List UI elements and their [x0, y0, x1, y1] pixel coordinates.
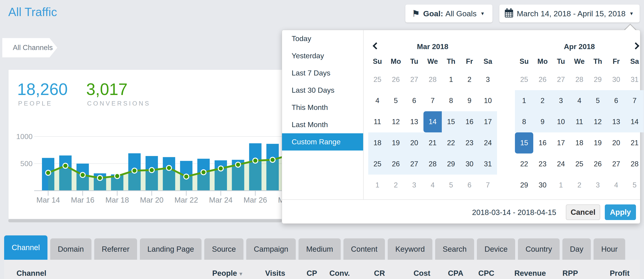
calendar-day-28[interactable]: 28	[424, 153, 442, 175]
calendar-day-28[interactable]: 28	[424, 69, 442, 90]
calendar-day-27[interactable]: 27	[607, 153, 625, 175]
calendar-day-27[interactable]: 27	[405, 69, 424, 90]
column-header-channel[interactable]: Channel	[16, 269, 46, 277]
calendar-day-11[interactable]: 11	[368, 111, 386, 132]
column-header-profit[interactable]: Profit	[610, 269, 630, 277]
tab-medium[interactable]: Medium	[298, 238, 340, 260]
calendar-day-9[interactable]: 9	[460, 90, 478, 111]
preset-this-month[interactable]: This Month	[282, 99, 363, 116]
calendar-day-2[interactable]: 2	[533, 90, 552, 111]
calendar-day-26[interactable]: 26	[386, 69, 405, 90]
calendar-day-3[interactable]: 3	[479, 69, 497, 90]
calendar-day-25[interactable]: 25	[570, 153, 588, 175]
preset-today[interactable]: Today	[282, 30, 363, 47]
calendar-day-19[interactable]: 19	[386, 132, 405, 153]
tab-keyword[interactable]: Keyword	[388, 238, 432, 260]
calendar-day-4[interactable]: 4	[424, 175, 442, 196]
calendar-day-6[interactable]: 6	[460, 175, 478, 196]
tab-referrer[interactable]: Referrer	[94, 238, 137, 260]
calendar-day-17[interactable]: 17	[479, 111, 497, 132]
calendar-day-23[interactable]: 23	[533, 153, 552, 175]
calendar-day-8[interactable]: 8	[442, 90, 460, 111]
date-range-button[interactable]: March 14, 2018 - April 15, 2018 ▼	[499, 5, 640, 23]
tab-source[interactable]: Source	[204, 238, 244, 260]
preset-last-7-days[interactable]: Last 7 Days	[282, 65, 363, 82]
calendar-day-14[interactable]: 14	[626, 111, 644, 132]
calendar-day-29[interactable]: 29	[442, 153, 460, 175]
tab-content[interactable]: Content	[344, 238, 385, 260]
calendar-day-18[interactable]: 18	[368, 132, 386, 153]
column-header-people[interactable]: People▾	[212, 269, 242, 277]
column-header-rpp[interactable]: RPP	[562, 269, 578, 277]
calendar-day-5[interactable]: 5	[442, 175, 460, 196]
calendar-day-3[interactable]: 3	[405, 175, 424, 196]
column-header-visits[interactable]: Visits	[265, 269, 285, 277]
breadcrumb-all-channels[interactable]: All Channels	[2, 38, 57, 57]
tab-domain[interactable]: Domain	[50, 238, 92, 260]
calendar-day-7[interactable]: 7	[479, 175, 497, 196]
calendar-day-31[interactable]: 31	[626, 69, 644, 90]
calendar-day-9[interactable]: 9	[533, 111, 552, 132]
calendar-day-28[interactable]: 28	[626, 153, 644, 175]
calendar-day-27[interactable]: 27	[405, 153, 424, 175]
calendar-day-25[interactable]: 25	[368, 153, 386, 175]
calendar-day-20[interactable]: 20	[405, 132, 424, 153]
calendar-day-22[interactable]: 22	[442, 132, 460, 153]
preset-yesterday[interactable]: Yesterday	[282, 47, 363, 65]
column-header-revenue[interactable]: Revenue	[514, 269, 546, 277]
calendar-day-2[interactable]: 2	[570, 175, 588, 196]
calendar-day-16[interactable]: 16	[533, 132, 552, 153]
calendar-day-15[interactable]: 15	[515, 132, 533, 153]
calendar-day-3[interactable]: 3	[552, 90, 570, 111]
calendar-day-2[interactable]: 2	[460, 69, 478, 90]
calendar-day-11[interactable]: 11	[570, 111, 588, 132]
tab-search[interactable]: Search	[435, 238, 474, 260]
preset-last-30-days[interactable]: Last 30 Days	[282, 82, 363, 99]
calendar-day-26[interactable]: 26	[588, 153, 607, 175]
calendar-day-1[interactable]: 1	[442, 69, 460, 90]
calendar-day-30[interactable]: 30	[460, 153, 478, 175]
preset-custom-range[interactable]: Custom Range	[282, 133, 363, 151]
column-header-cpc[interactable]: CPC	[478, 269, 494, 277]
tab-landing-page[interactable]: Landing Page	[140, 238, 202, 260]
calendar-day-3[interactable]: 3	[588, 175, 607, 196]
calendar-day-24[interactable]: 24	[552, 153, 570, 175]
calendar-day-30[interactable]: 30	[607, 69, 625, 90]
calendar-day-6[interactable]: 6	[607, 90, 625, 111]
calendar-day-26[interactable]: 26	[386, 153, 405, 175]
calendar-day-6[interactable]: 6	[405, 90, 424, 111]
calendar-day-24[interactable]: 24	[479, 132, 497, 153]
calendar-day-14[interactable]: 14	[424, 111, 442, 132]
calendar-day-5[interactable]: 5	[588, 90, 607, 111]
tab-channel[interactable]: Channel	[4, 235, 48, 260]
column-header-conv[interactable]: Conv.	[330, 269, 350, 277]
tab-campaign[interactable]: Campaign	[246, 238, 296, 260]
calendar-day-1[interactable]: 1	[515, 90, 533, 111]
calendar-day-17[interactable]: 17	[552, 132, 570, 153]
tab-day[interactable]: Day	[562, 238, 591, 260]
calendar-day-8[interactable]: 8	[515, 111, 533, 132]
calendar-day-15[interactable]: 15	[442, 111, 460, 132]
goal-selector-button[interactable]: ⚑ Goal: All Goals ▼	[405, 5, 492, 23]
calendar-day-18[interactable]: 18	[570, 132, 588, 153]
column-header-cp[interactable]: CP	[306, 269, 317, 277]
calendar-day-7[interactable]: 7	[424, 90, 442, 111]
calendar-day-12[interactable]: 12	[588, 111, 607, 132]
calendar-day-16[interactable]: 16	[460, 111, 478, 132]
calendar-day-22[interactable]: 22	[515, 153, 533, 175]
calendar-day-20[interactable]: 20	[607, 132, 625, 153]
calendar-day-29[interactable]: 29	[515, 175, 533, 196]
calendar-day-12[interactable]: 12	[386, 111, 405, 132]
calendar-day-10[interactable]: 10	[479, 90, 497, 111]
calendar-day-4[interactable]: 4	[368, 90, 386, 111]
tab-hour[interactable]: Hour	[594, 238, 625, 260]
column-header-cost[interactable]: Cost	[414, 269, 430, 277]
calendar-day-31[interactable]: 31	[479, 153, 497, 175]
column-header-cr[interactable]: CR	[374, 269, 385, 277]
calendar-day-29[interactable]: 29	[588, 69, 607, 90]
apply-button[interactable]: Apply	[605, 204, 636, 220]
calendar-day-1[interactable]: 1	[368, 175, 386, 196]
horizontal-scrollbar[interactable]	[8, 219, 282, 222]
calendar-day-4[interactable]: 4	[607, 175, 625, 196]
calendar-day-7[interactable]: 7	[626, 90, 644, 111]
